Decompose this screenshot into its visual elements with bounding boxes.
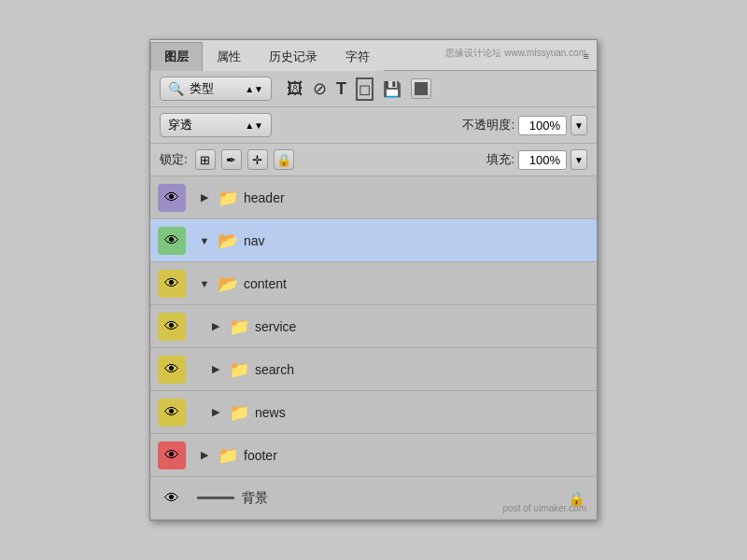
layer-content-header: ▶ 📁 header (193, 188, 597, 208)
folder-footer-icon: 📁 (218, 445, 238, 466)
opacity-input[interactable]: 100% (518, 116, 567, 135)
filter-dropdown[interactable]: 🔍 类型 ▲▼ (160, 77, 272, 101)
layer-row-search[interactable]: 👁 ▶ 📁 search (150, 348, 597, 391)
layer-row-content[interactable]: 👁 ▼ 📂 content (150, 262, 597, 305)
expand-footer-icon[interactable]: ▶ (197, 449, 212, 461)
opacity-group: 不透明度: 100% ▼ (462, 115, 587, 135)
folder-header-icon: 📁 (218, 188, 238, 208)
layer-row-service[interactable]: 👁 ▶ 📁 service (150, 305, 597, 348)
eye-content[interactable]: 👁 (150, 262, 193, 304)
fill-arrow-btn[interactable]: ▼ (571, 149, 587, 170)
layer-content-service: ▶ 📁 service (193, 316, 597, 337)
filter-label: 类型 (190, 80, 239, 97)
visibility-icon-news: 👁 (158, 399, 186, 427)
layer-content-search: ▶ 📁 search (193, 359, 597, 380)
layer-name-search: search (255, 362, 294, 377)
watermark-top: 思缘设计论坛 www.missyuan.com (445, 47, 586, 60)
shape-layer-icon[interactable]: ◻ (356, 77, 374, 101)
tab-history[interactable]: 历史记录 (255, 42, 331, 71)
blend-arrow-icon: ▲▼ (245, 120, 263, 131)
expand-search-icon[interactable]: ▶ (208, 363, 223, 375)
lock-icons-group: ⊞ ✒ ✛ 🔒 (195, 149, 294, 170)
layer-name-nav: nav (244, 233, 265, 248)
layer-row-nav[interactable]: 👁 ▼ 📂 nav (150, 219, 597, 262)
blend-mode-dropdown[interactable]: 穿透 ▲▼ (160, 113, 272, 137)
layers-panel: 图层 属性 历史记录 字符 ≡ 🔍 类型 ▲▼ 🖼 ⊘ T ◻ 💾 (149, 39, 598, 521)
layer-name-content: content (244, 276, 287, 291)
layer-type-icons: 🖼 ⊘ T ◻ 💾 (287, 77, 431, 101)
layers-list: 👁 ▶ 📁 header 👁 ▼ 📂 nav (150, 176, 597, 520)
eye-service[interactable]: 👁 (150, 305, 193, 347)
fill-label: 填充: (486, 151, 514, 168)
layer-name-service: service (255, 319, 296, 334)
lock-move-btn[interactable]: ✛ (247, 149, 268, 170)
fill-group: 填充: 100% ▼ (486, 149, 587, 170)
blend-mode-label: 穿透 (168, 117, 239, 133)
lock-label: 锁定: (160, 151, 188, 168)
adjustment-layer-icon[interactable]: ⊘ (313, 78, 327, 99)
eye-nav[interactable]: 👁 (150, 219, 193, 261)
tab-character[interactable]: 字符 (331, 42, 384, 71)
folder-content-icon: 📂 (218, 273, 238, 294)
eye-header[interactable]: 👁 (150, 176, 193, 218)
tab-layers[interactable]: 图层 (150, 42, 203, 71)
lock-all-btn[interactable]: 🔒 (274, 149, 294, 170)
folder-nav-icon: 📂 (218, 231, 238, 251)
layer-content-nav: ▼ 📂 nav (193, 231, 597, 251)
expand-news-icon[interactable]: ▶ (208, 406, 223, 418)
visibility-icon-nav: 👁 (158, 227, 186, 255)
filter-arrow-icon: ▲▼ (245, 84, 263, 94)
filter-toggle-icon[interactable] (411, 78, 431, 99)
expand-nav-icon[interactable]: ▼ (197, 235, 212, 246)
lock-toolbar: 锁定: ⊞ ✒ ✛ 🔒 填充: 100% ▼ (150, 144, 597, 176)
tab-properties[interactable]: 属性 (203, 42, 255, 71)
visibility-icon-footer: 👁 (158, 441, 186, 469)
layer-content-footer: ▶ 📁 footer (193, 445, 597, 466)
eye-background[interactable]: 👁 (150, 477, 193, 519)
visibility-icon-header: 👁 (158, 184, 186, 212)
opacity-arrow-btn[interactable]: ▼ (571, 115, 587, 135)
layer-row-footer[interactable]: 👁 ▶ 📁 footer (150, 434, 597, 477)
blend-toolbar: 穿透 ▲▼ 不透明度: 100% ▼ (150, 107, 597, 144)
expand-content-icon[interactable]: ▼ (197, 278, 212, 289)
expand-header-icon[interactable]: ▶ (197, 191, 212, 203)
opacity-label: 不透明度: (462, 117, 514, 133)
eye-footer[interactable]: 👁 (150, 434, 193, 476)
layer-row-news[interactable]: 👁 ▶ 📁 news (150, 391, 597, 434)
layer-name-news: news (255, 405, 286, 420)
layer-name-bg: 背景 (242, 490, 268, 507)
search-icon: 🔍 (168, 81, 184, 96)
bg-thumbnail-line (197, 497, 234, 499)
visibility-icon-search: 👁 (158, 356, 186, 384)
layer-row-background[interactable]: 👁 背景 🔒 (150, 477, 597, 520)
filter-toolbar: 🔍 类型 ▲▼ 🖼 ⊘ T ◻ 💾 (150, 71, 597, 107)
folder-search-icon: 📁 (229, 359, 249, 380)
layer-content-news: ▶ 📁 news (193, 402, 597, 423)
visibility-icon-service: 👁 (158, 313, 186, 341)
layer-content-content: ▼ 📂 content (193, 273, 597, 294)
folder-news-icon: 📁 (229, 402, 249, 423)
eye-search[interactable]: 👁 (150, 348, 193, 390)
eye-news[interactable]: 👁 (150, 391, 193, 433)
smart-object-icon[interactable]: 💾 (383, 80, 402, 98)
layer-row-header[interactable]: 👁 ▶ 📁 header (150, 176, 597, 219)
expand-service-icon[interactable]: ▶ (208, 320, 223, 332)
layer-name-header: header (244, 190, 285, 205)
fill-input[interactable]: 100% (518, 150, 567, 170)
lock-pixels-btn[interactable]: ⊞ (195, 149, 216, 170)
visibility-icon-content: 👁 (158, 270, 186, 298)
visibility-icon-bg: 👁 (158, 484, 186, 512)
image-layer-icon[interactable]: 🖼 (287, 79, 303, 99)
text-layer-icon[interactable]: T (336, 79, 346, 99)
watermark-bottom: post of uimaker.com (503, 503, 586, 513)
layer-name-footer: footer (244, 448, 277, 463)
lock-position-btn[interactable]: ✒ (221, 149, 242, 170)
folder-service-icon: 📁 (229, 316, 249, 337)
